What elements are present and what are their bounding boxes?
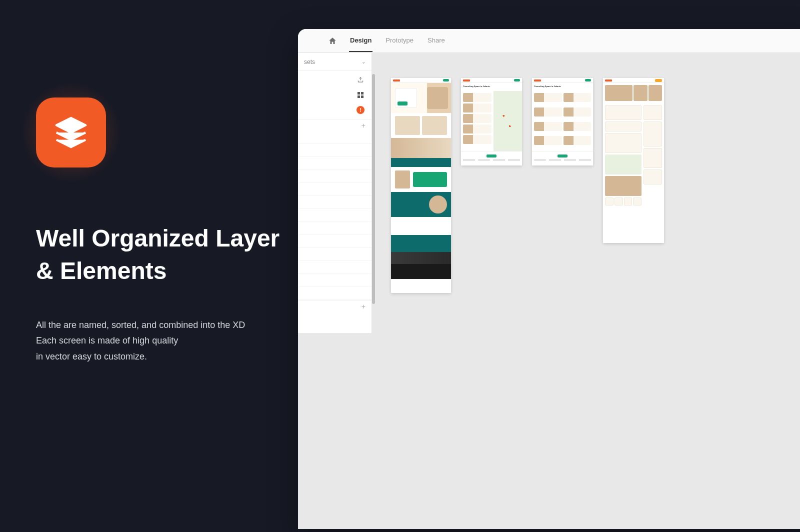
layer-row[interactable] <box>298 131 372 144</box>
layer-row[interactable] <box>298 235 372 248</box>
layer-list <box>298 131 372 300</box>
artboard-detail[interactable] <box>603 78 664 243</box>
warning-icon[interactable]: ! <box>356 106 364 114</box>
layer-row[interactable] <box>298 209 372 222</box>
layer-row[interactable] <box>298 287 372 300</box>
panel-header: sets ⌄ <box>298 53 372 71</box>
home-icon[interactable] <box>328 36 337 46</box>
promo-description: All the are named, sorted, and combined … <box>36 318 286 365</box>
artboard-listing-grid[interactable]: Coworking Space in Jakarta <box>532 78 593 166</box>
xd-app-window: Design Prototype Share sets ⌄ ! + <box>298 29 800 529</box>
add-layer-button[interactable]: + <box>298 300 372 312</box>
tab-share[interactable]: Share <box>426 30 446 52</box>
artboard-title: Coworking Space in Jakarta <box>463 85 520 89</box>
promo-heading: Well Organized Layer & Elements <box>36 222 286 288</box>
assets-panel: sets ⌄ ! + + <box>298 53 372 333</box>
panel-scrollbar[interactable] <box>372 74 375 304</box>
layer-row[interactable] <box>298 261 372 274</box>
tab-prototype[interactable]: Prototype <box>384 30 414 52</box>
layer-row[interactable] <box>298 183 372 196</box>
grid-view-icon[interactable] <box>356 91 364 99</box>
artboard-listing-map[interactable]: Coworking Space in Jakarta <box>461 78 522 166</box>
layer-row[interactable] <box>298 248 372 261</box>
add-section-button[interactable]: + <box>298 119 372 131</box>
map-preview <box>494 91 522 151</box>
layer-row[interactable] <box>298 170 372 183</box>
xd-canvas[interactable]: Coworking Space in Jakarta Coworking Spa… <box>376 53 800 529</box>
layer-row[interactable] <box>298 157 372 170</box>
panel-title: sets <box>304 58 315 66</box>
artboard-landing[interactable] <box>391 78 451 293</box>
promo-section: Well Organized Layer & Elements All the … <box>36 98 286 364</box>
chevron-down-icon[interactable]: ⌄ <box>362 59 366 64</box>
menu-icon[interactable] <box>307 38 316 44</box>
artboard-title: Coworking Space in Jakarta <box>534 85 591 89</box>
layer-row[interactable] <box>298 222 372 235</box>
tab-design[interactable]: Design <box>349 30 372 52</box>
xd-toolbar: Design Prototype Share <box>298 29 800 53</box>
layers-icon <box>36 98 106 168</box>
layer-row[interactable] <box>298 144 372 157</box>
export-icon[interactable] <box>356 76 364 84</box>
layer-row[interactable] <box>298 274 372 287</box>
layer-row[interactable] <box>298 196 372 209</box>
